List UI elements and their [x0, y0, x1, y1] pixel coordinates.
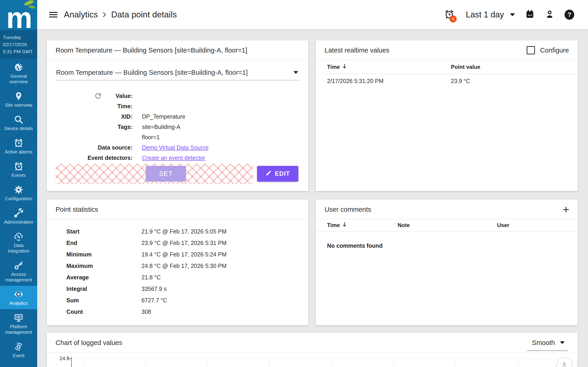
create-event-detector-link[interactable]: Create an event detector: [142, 155, 205, 161]
cloud-sync-icon: [1, 232, 36, 242]
configure-label: Configure: [540, 47, 569, 54]
help-button[interactable]: ?: [565, 10, 574, 20]
stat-row: Sum6727.7 °C: [66, 294, 300, 306]
point-selector[interactable]: Room Temperature — Building Sensors [sit…: [56, 69, 300, 80]
time-column-header[interactable]: Time: [316, 222, 398, 229]
event-detectors-label: Event detectors:: [47, 153, 132, 163]
globe-icon: [1, 62, 36, 73]
chevron-down-icon: [510, 13, 515, 16]
top-header: Analytics Data point details 4 Last 1 da…: [37, 0, 588, 30]
vertical-gridline: [83, 359, 84, 367]
sidebar-item-event[interactable]: Event: [0, 338, 37, 361]
chart-plot-area[interactable]: 24.5: [47, 353, 578, 367]
sidebar-item-label: Analytics: [3, 300, 34, 306]
sidebar-item-label: Data integration: [3, 243, 34, 254]
sidebar-item-label: Access management: [3, 272, 34, 283]
refresh-icon[interactable]: [94, 92, 102, 101]
add-comment-button[interactable]: +: [563, 200, 569, 219]
question-mark-icon: ?: [567, 11, 571, 18]
gear-icon: [1, 185, 36, 195]
sidebar-item-label: Platform management: [3, 324, 34, 335]
configure-toggle[interactable]: Configure: [527, 40, 569, 60]
edit-button[interactable]: EDIT: [257, 166, 298, 182]
sidebar-item-label: General overview: [3, 73, 34, 84]
search-icon: [1, 115, 36, 125]
alarm-notifications-button[interactable]: 4: [444, 9, 454, 20]
user-column-header[interactable]: User: [497, 222, 543, 228]
user-comments-card: User comments + Time Note User No commen…: [316, 200, 578, 325]
header-actions: 4 Last 1 day ?: [444, 9, 574, 20]
vertical-gridline: [576, 359, 577, 367]
gear-arrows-icon: [1, 342, 36, 352]
chart-card-title: Chart of logged values: [47, 333, 578, 353]
weekday-text: Tuesday: [3, 34, 35, 41]
rollup-select-underline: [527, 350, 568, 351]
y-axis-tick-mark: [67, 358, 71, 359]
sidebar-item-label: Configuration: [3, 196, 34, 201]
comments-table-header: Time Note User: [316, 219, 578, 232]
vertical-gridline: [518, 359, 518, 367]
stat-row: Average21.8 °C: [66, 272, 300, 283]
sidebar-item-label: Site overview: [3, 102, 34, 108]
sidebar-item-device-details[interactable]: Device details: [0, 111, 37, 134]
tag-value: site=Building-A: [142, 122, 180, 132]
eye-icon: [1, 290, 36, 300]
sidebar-item-label: Events: [3, 173, 34, 178]
time-range-select[interactable]: Last 1 day: [466, 10, 515, 19]
sidebar-item-analytics[interactable]: Analytics: [0, 286, 37, 309]
sidebar-item-label: Event: [3, 353, 34, 358]
rollup-mode-value: Smooth: [532, 339, 555, 347]
data-source-label: Data source:: [47, 142, 132, 153]
set-button[interactable]: SET: [146, 166, 186, 182]
sidebar-item-general-overview[interactable]: General overview: [0, 59, 37, 88]
key-icon: [1, 261, 36, 271]
breadcrumb-analytics[interactable]: Analytics: [64, 10, 98, 19]
user-account-button[interactable]: [545, 9, 554, 20]
point-value-column-header[interactable]: Point value: [451, 64, 543, 70]
time-label: Time:: [47, 101, 132, 111]
app-logo[interactable]: m: [0, 0, 37, 30]
vertical-gridline: [269, 359, 269, 367]
sidebar-item-data-integration[interactable]: Data integration: [0, 228, 37, 257]
download-icon: [560, 361, 569, 367]
stat-row: Count308: [66, 306, 300, 317]
alarm-count-badge: 4: [450, 15, 457, 23]
vertical-gridline: [207, 359, 207, 367]
page-title: Data point details: [111, 10, 177, 19]
sort-desc-icon: [342, 222, 347, 229]
menu-icon[interactable]: [49, 12, 57, 17]
realtime-row[interactable]: 2/17/2026 5:31:20 PM 23.9 °C: [316, 74, 578, 84]
sidebar-item-label: Device details: [3, 126, 34, 131]
edit-button-label: EDIT: [275, 170, 290, 177]
sidebar-item-administration[interactable]: Administration: [0, 205, 37, 228]
point-statistics-card: Point statistics Start21.9 °C @ Feb 17, …: [47, 200, 308, 325]
note-column-header[interactable]: Note: [398, 222, 497, 228]
horizontal-gridline: [72, 359, 575, 359]
plus-icon: +: [563, 204, 569, 215]
configure-checkbox[interactable]: [527, 46, 535, 54]
monitor-gear-icon: [1, 313, 36, 323]
time-column-header[interactable]: Time: [316, 63, 451, 71]
data-source-link[interactable]: Demo Virtual Data Source: [142, 144, 208, 151]
logo-letter: m: [6, 6, 31, 30]
time-range-value: Last 1 day: [466, 10, 504, 19]
sidebar-nav: General overview Site overview Device de…: [0, 59, 37, 367]
xid-value: DP_Temperature: [142, 111, 185, 122]
sidebar-item-site-overview[interactable]: Site overview: [0, 88, 37, 111]
sidebar-item-configuration[interactable]: Configuration: [0, 181, 37, 205]
vertical-gridline: [145, 359, 145, 367]
statistics-card-title: Point statistics: [47, 200, 308, 219]
sidebar-item-access-management[interactable]: Access management: [0, 257, 37, 286]
sidebar-item-active-alarms[interactable]: Active alarms: [0, 134, 37, 158]
sidebar-item-platform-management[interactable]: Platform management: [0, 309, 37, 338]
rollup-mode-select[interactable]: Smooth: [532, 333, 565, 353]
calendar-button[interactable]: [525, 9, 535, 20]
pencil-icon: [266, 170, 272, 178]
set-input-underline: [60, 179, 145, 179]
sidebar-item-events[interactable]: Events: [0, 158, 37, 181]
stat-row: Maximum24.8 °C @ Feb 17, 2026 5:30 PM: [66, 260, 300, 272]
point-details-title: Room Temperature — Building Sensors [sit…: [47, 40, 308, 60]
vertical-gridline: [332, 359, 332, 367]
xid-label: XID:: [47, 111, 132, 122]
date-text: 02/17/2026: [3, 41, 35, 48]
